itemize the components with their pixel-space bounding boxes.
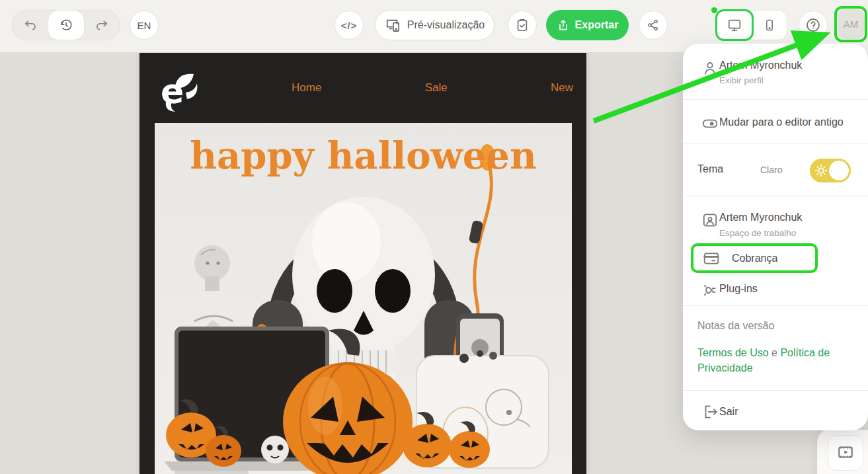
undo-button[interactable]	[13, 11, 48, 40]
plug-icon	[701, 282, 719, 299]
upload-icon	[557, 19, 570, 32]
toggle-icon	[701, 115, 719, 132]
redo-icon	[95, 18, 109, 32]
logout-icon	[701, 403, 719, 420]
account-avatar[interactable]: AM	[838, 9, 865, 39]
language-button[interactable]: EN	[130, 11, 159, 40]
email-header: e Home Sale New	[139, 53, 586, 123]
email-nav: Home Sale New	[292, 53, 573, 123]
toggle-knob	[829, 161, 849, 180]
video-tutorial-icon	[837, 444, 854, 463]
code-editor-button[interactable]: </>	[335, 11, 364, 40]
logo-letter: e	[161, 71, 184, 111]
account-dropdown-menu: Artem Myronchuk Exibir perfil Mudar para…	[683, 44, 868, 430]
undo-icon	[23, 18, 38, 32]
plugins-label: Plug-ins	[719, 283, 758, 295]
email-nav-new[interactable]: New	[551, 81, 573, 95]
history-icon	[59, 18, 73, 32]
history-button[interactable]	[48, 10, 84, 40]
terms-connector: e	[769, 347, 781, 358]
preview-label: Pré-visualização	[407, 19, 485, 31]
menu-item-billing[interactable]: Cobrança	[691, 243, 818, 273]
menu-divider	[683, 196, 868, 196]
logout-label: Sair	[719, 406, 738, 418]
redo-button[interactable]	[85, 11, 120, 40]
hero-image-block[interactable]: happy halloween	[155, 123, 572, 474]
share-icon	[647, 19, 660, 32]
avatar-initials: AM	[844, 19, 859, 30]
help-button[interactable]	[799, 11, 828, 40]
video-tutorial-button[interactable]	[828, 435, 863, 471]
brand-logo: e	[155, 65, 199, 112]
switch-editor-label: Mudar para o editor antigo	[719, 116, 844, 128]
workspace-icon	[701, 212, 719, 229]
corner-panel	[817, 430, 868, 474]
devices-icon	[385, 18, 401, 32]
monitor-icon	[727, 18, 742, 32]
menu-divider	[683, 390, 868, 391]
menu-divider	[683, 99, 868, 100]
person-icon	[701, 59, 719, 77]
terms-privacy-block: Termos de Uso e Política de Privacidade	[697, 345, 853, 375]
workspace-subtitle: Espaço de trabalho	[719, 228, 796, 238]
menu-item-release-notes[interactable]: Notas da versão	[697, 320, 775, 332]
profile-subtitle: Exibir perfil	[719, 75, 764, 85]
terms-link[interactable]: Termos de Uso	[697, 347, 769, 358]
clipboard-check-icon	[515, 18, 530, 32]
theme-toggle[interactable]	[810, 159, 851, 182]
export-button[interactable]: Exportar	[546, 10, 629, 40]
desktop-view-button[interactable]	[715, 9, 754, 41]
mobile-view-button[interactable]	[752, 11, 787, 40]
checklist-button[interactable]	[508, 11, 537, 40]
credit-card-icon	[703, 250, 720, 267]
language-label: EN	[138, 20, 151, 31]
theme-label: Tema	[697, 163, 723, 175]
sun-icon	[814, 163, 828, 180]
menu-divider	[683, 143, 868, 143]
email-nav-home[interactable]: Home	[292, 81, 321, 95]
hero-title: happy halloween	[155, 134, 572, 177]
preview-button[interactable]: Pré-visualização	[375, 10, 494, 40]
profile-name: Artem Myronchuk	[719, 59, 802, 71]
workspace-name: Artem Myronchuk	[719, 212, 802, 223]
export-label: Exportar	[575, 19, 619, 31]
billing-label: Cobrança	[732, 253, 777, 264]
code-icon: </>	[341, 20, 358, 31]
menu-divider	[683, 305, 868, 306]
share-button[interactable]	[639, 11, 668, 40]
question-icon	[805, 17, 821, 33]
phone-icon	[763, 18, 776, 32]
email-nav-sale[interactable]: Sale	[425, 81, 448, 95]
device-toggle-group	[716, 10, 787, 40]
history-button-group	[12, 10, 120, 40]
avatar-highlight-box: AM	[834, 6, 867, 42]
email-canvas[interactable]: e Home Sale New	[139, 53, 586, 474]
theme-value: Claro	[760, 165, 782, 175]
